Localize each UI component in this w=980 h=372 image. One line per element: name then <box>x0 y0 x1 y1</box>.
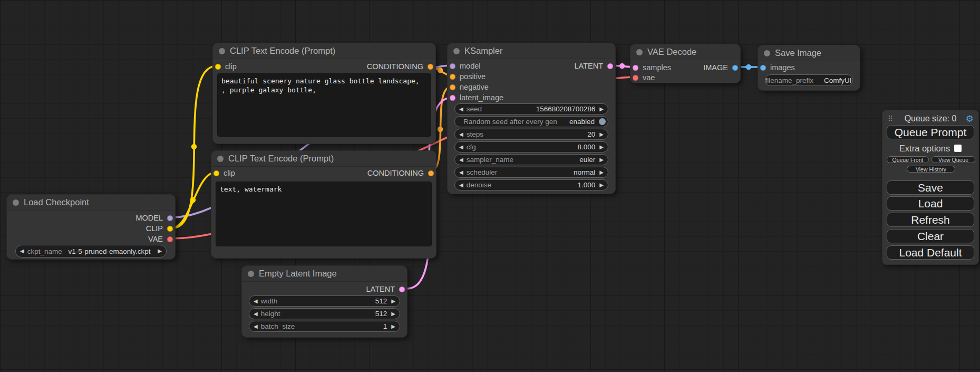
button-label: Save <box>918 182 943 194</box>
increment-icon[interactable]: ▶ <box>599 107 604 112</box>
next-value-icon[interactable]: ▶ <box>599 170 604 175</box>
drag-handle-icon[interactable]: ⠿ <box>888 115 893 123</box>
queue-prompt-button[interactable]: Queue Prompt <box>887 125 974 139</box>
random-seed-toggle-widget[interactable]: Random seed after every gen enabled <box>454 116 608 127</box>
node-title-bar[interactable]: Load Checkpoint <box>7 195 175 211</box>
collapse-dot-icon[interactable] <box>453 48 460 54</box>
images-input-port[interactable] <box>760 65 766 71</box>
positive-input-port[interactable] <box>450 74 455 80</box>
next-value-icon[interactable]: ▶ <box>599 157 604 163</box>
slot-label: latent_image <box>460 93 503 102</box>
node-title-bar[interactable]: CLIP Text Encode (Prompt) <box>211 151 436 167</box>
collapse-dot-icon[interactable] <box>13 199 19 206</box>
collapse-dot-icon[interactable] <box>764 50 770 56</box>
increment-icon[interactable]: ▶ <box>599 145 604 150</box>
positive-prompt-textarea[interactable]: beautiful scenery nature glass bottle la… <box>217 73 431 137</box>
node-title-bar[interactable]: KSampler <box>448 43 615 59</box>
conditioning-output-port[interactable] <box>428 170 434 176</box>
extra-options-checkbox[interactable] <box>954 145 962 152</box>
increment-icon[interactable]: ▶ <box>391 311 395 317</box>
image-output-port[interactable] <box>732 65 738 71</box>
clear-button[interactable]: Clear <box>887 229 974 243</box>
collapse-dot-icon[interactable] <box>248 271 254 277</box>
button-label: Load <box>918 197 943 210</box>
collapse-dot-icon[interactable] <box>636 49 643 55</box>
decrement-icon[interactable]: ◀ <box>254 311 258 317</box>
refresh-button[interactable]: Refresh <box>887 213 974 227</box>
height-widget[interactable]: ◀ height 512 ▶ <box>249 308 400 319</box>
model-output-port[interactable] <box>167 215 173 221</box>
widget-label: sampler_name <box>467 156 513 164</box>
view-queue-button[interactable]: View Queue <box>932 156 975 163</box>
seed-widget[interactable]: ◀ seed 156680208700286 ▶ <box>454 103 608 115</box>
denoise-widget[interactable]: ◀ denoise 1.000 ▶ <box>454 179 608 190</box>
node-title-bar[interactable]: Empty Latent Image <box>242 266 407 282</box>
clip-input-port[interactable] <box>215 64 221 70</box>
latent-output-port[interactable] <box>399 287 405 292</box>
slot-label: clip <box>225 62 237 71</box>
prev-value-icon[interactable]: ◀ <box>459 170 463 175</box>
cfg-widget[interactable]: ◀ cfg 8.000 ▶ <box>454 141 608 152</box>
samples-input-port[interactable] <box>633 65 638 71</box>
button-label: View Queue <box>938 157 968 163</box>
decrement-icon[interactable]: ◀ <box>254 299 258 304</box>
queue-panel: ⠿ Queue size: 0 ⚙ Queue Prompt Extra opt… <box>882 110 979 265</box>
node-title-bar[interactable]: CLIP Text Encode (Prompt) <box>213 43 435 59</box>
view-history-button[interactable]: View History <box>907 166 955 173</box>
increment-icon[interactable]: ▶ <box>599 183 604 188</box>
conditioning-output-port[interactable] <box>428 64 433 70</box>
clip-output-port[interactable] <box>167 226 173 232</box>
prev-value-icon[interactable]: ◀ <box>20 249 24 254</box>
decrement-icon[interactable]: ◀ <box>254 324 258 329</box>
slot-label: vae <box>643 73 655 82</box>
latent-image-input-port[interactable] <box>450 95 455 101</box>
vae-output-port[interactable] <box>167 236 173 242</box>
model-input-port[interactable] <box>450 63 455 69</box>
batch-size-widget[interactable]: ◀ batch_size 1 ▶ <box>249 321 400 332</box>
sampler-name-widget[interactable]: ◀ sampler_name euler ▶ <box>454 154 608 165</box>
node-clip-text-encode-negative: CLIP Text Encode (Prompt) clip CONDITION… <box>211 150 436 259</box>
decrement-icon[interactable]: ◀ <box>459 132 463 137</box>
decrement-icon[interactable]: ◀ <box>459 145 463 150</box>
node-title-bar[interactable]: Save Image <box>758 45 860 61</box>
save-button[interactable]: Save <box>887 180 974 195</box>
node-title-bar[interactable]: VAE Decode <box>630 44 740 60</box>
latent-output-port[interactable] <box>607 63 613 69</box>
increment-icon[interactable]: ▶ <box>391 299 395 304</box>
filename-prefix-widget[interactable]: filename_prefix ComfyUI <box>765 74 853 86</box>
node-graph-canvas[interactable]: Load Checkpoint MODEL CLIP VAE ◀ ckpt_na… <box>0 0 980 372</box>
scheduler-widget[interactable]: ◀ scheduler normal ▶ <box>454 167 608 178</box>
queue-front-button[interactable]: Queue Front <box>887 156 929 163</box>
settings-gear-icon[interactable]: ⚙ <box>966 115 974 123</box>
button-label: Queue Front <box>892 157 924 163</box>
width-widget[interactable]: ◀ width 512 ▶ <box>249 295 400 307</box>
slot-label: positive <box>460 72 486 81</box>
widget-value: 1 <box>298 322 388 330</box>
increment-icon[interactable]: ▶ <box>599 132 604 137</box>
slot-label: CONDITIONING <box>367 62 423 71</box>
load-default-button[interactable]: Load Default <box>887 245 974 260</box>
widget-label: width <box>261 297 278 305</box>
output-slot-image: IMAGE <box>703 62 738 73</box>
negative-prompt-textarea[interactable]: text, watermark <box>216 182 432 246</box>
widget-value: 1.000 <box>494 181 596 189</box>
decrement-icon[interactable]: ◀ <box>459 107 463 112</box>
node-title: CLIP Text Encode (Prompt) <box>230 46 335 56</box>
widget-label: denoise <box>467 181 491 189</box>
clip-input-port[interactable] <box>214 170 219 176</box>
toggle-dot-icon[interactable] <box>599 118 606 125</box>
ckpt-name-widget[interactable]: ◀ ckpt_name v1-5-pruned-emaonly.ckpt ▶ <box>15 245 167 257</box>
collapse-dot-icon[interactable] <box>219 48 225 54</box>
next-value-icon[interactable]: ▶ <box>158 249 162 254</box>
negative-input-port[interactable] <box>450 84 455 90</box>
input-slot-model: model <box>450 61 481 71</box>
increment-icon[interactable]: ▶ <box>391 324 395 329</box>
collapse-dot-icon[interactable] <box>217 156 224 162</box>
steps-widget[interactable]: ◀ steps 20 ▶ <box>454 129 608 140</box>
decrement-icon[interactable]: ◀ <box>459 183 463 188</box>
button-label: Refresh <box>911 214 950 226</box>
prev-value-icon[interactable]: ◀ <box>459 157 463 163</box>
load-button[interactable]: Load <box>887 196 974 211</box>
vae-input-port[interactable] <box>633 75 638 81</box>
output-slot-conditioning: CONDITIONING <box>367 168 434 178</box>
